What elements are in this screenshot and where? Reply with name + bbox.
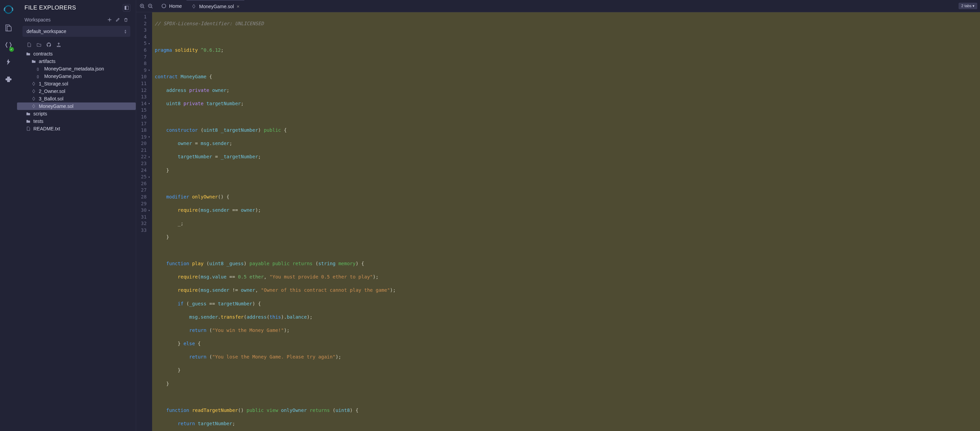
workspace-selected-value: default_workspace [27,29,66,34]
svg-text:{}: {} [37,67,39,71]
file-tree: contracts artifacts {} MoneyGame_metadat… [17,50,136,431]
upload-icon[interactable] [56,42,61,47]
tree-label: tests [33,118,43,124]
file-storage-sol[interactable]: 1_Storage.sol [17,80,136,88]
tab-count-dropdown[interactable]: 2 tabs ▾ [959,3,977,9]
vertical-nav [0,0,17,431]
tree-label: 1_Storage.sol [39,81,68,86]
new-folder-icon[interactable] [37,42,41,47]
folder-scripts[interactable]: scripts [17,110,136,117]
gist-icon[interactable] [46,42,51,47]
line-gutter: 12345▾6789▾1011121314▾1516171819▾202122▾… [136,12,152,431]
plugin-icon[interactable] [5,75,13,85]
folder-artifacts[interactable]: artifacts [17,57,136,65]
tab-label: Home [169,3,182,9]
deploy-icon[interactable] [5,58,13,67]
svg-point-0 [5,6,12,13]
new-file-icon[interactable] [27,42,32,47]
panel-title: FILE EXPLORERS [24,5,76,11]
tree-label: 3_Ballot.sol [39,96,63,101]
editor-area: Home MoneyGame.sol × 2 tabs ▾ 12345▾6789… [136,0,980,431]
tab-label: MoneyGame.sol [199,4,234,9]
tree-label: MoneyGame.json [44,73,82,79]
tab-moneygame[interactable]: MoneyGame.sol × [186,0,244,12]
tree-label: scripts [33,111,47,117]
file-moneygame-sol[interactable]: MoneyGame.sol [17,102,136,110]
workspace-add-icon[interactable] [107,18,112,22]
workspace-rename-icon[interactable] [115,18,120,22]
svg-point-7 [162,4,166,8]
workspace-delete-icon[interactable] [124,18,128,22]
file-explorer-panel: FILE EXPLORERS Workspaces default_worksp… [17,0,136,431]
tree-label: 2_Owner.sol [39,88,65,94]
zoom-in-icon[interactable] [140,3,145,9]
svg-rect-2 [125,6,126,10]
compiler-icon[interactable] [5,41,13,50]
svg-text:{}: {} [37,75,39,78]
tab-home[interactable]: Home [156,0,186,12]
folder-contracts[interactable]: contracts [17,50,136,57]
tree-label: contracts [33,51,53,56]
file-ballot-sol[interactable]: 3_Ballot.sol [17,95,136,102]
tree-label: artifacts [39,59,56,64]
home-icon [161,3,166,8]
remix-logo-icon[interactable] [3,4,14,16]
tree-label: README.txt [33,126,60,131]
panel-toggle-button[interactable] [123,4,130,11]
close-icon[interactable]: × [237,3,240,9]
tree-label: MoneyGame.sol [39,104,73,109]
compile-success-badge [9,47,14,52]
chevron-updown-icon: ▴▾ [124,29,126,34]
workspaces-label: Workspaces [24,17,51,22]
folder-tests[interactable]: tests [17,117,136,125]
tab-bar: Home MoneyGame.sol × 2 tabs ▾ [136,0,980,12]
file-owner-sol[interactable]: 2_Owner.sol [17,88,136,95]
file-explorer-icon[interactable] [5,24,13,34]
zoom-out-icon[interactable] [148,3,153,9]
solidity-file-icon [191,4,196,9]
workspace-select[interactable]: default_workspace ▴▾ [22,26,130,37]
file-moneygame-metadata[interactable]: {} MoneyGame_metadata.json [17,65,136,72]
file-readme[interactable]: README.txt [17,125,136,132]
file-moneygame-json[interactable]: {} MoneyGame.json [17,72,136,80]
tree-label: MoneyGame_metadata.json [44,66,104,72]
code-content[interactable]: // SPDX-License-Identifier: UNLICENSED p… [152,12,980,431]
code-editor[interactable]: 12345▾6789▾1011121314▾1516171819▾202122▾… [136,12,980,431]
